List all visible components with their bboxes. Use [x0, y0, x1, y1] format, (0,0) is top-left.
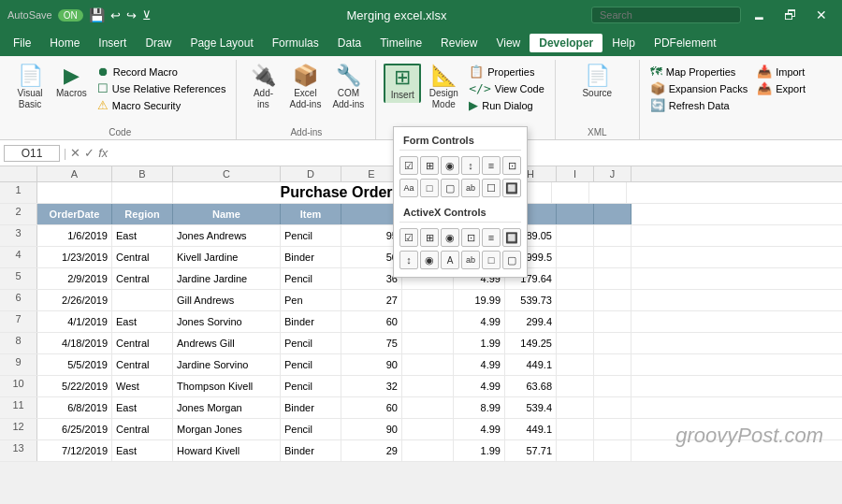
table-cell[interactable]: Central	[112, 333, 173, 353]
form-spinner-icon[interactable]: ↕	[461, 156, 480, 175]
table-cell[interactable]: 149.25	[505, 333, 557, 353]
export-button[interactable]: 📤 Export	[754, 80, 808, 96]
table-cell[interactable]	[557, 376, 594, 396]
table-cell[interactable]: Pencil	[281, 354, 341, 375]
table-cell[interactable]: Pen	[281, 290, 341, 310]
menu-pdfelement[interactable]: PDFelement	[645, 34, 726, 52]
table-cell[interactable]: Pencil	[281, 268, 341, 289]
form-list-icon[interactable]: ≡	[482, 156, 501, 175]
table-cell[interactable]: 8.99	[454, 397, 505, 418]
table-cell[interactable]: Binder	[281, 247, 341, 267]
table-cell[interactable]	[594, 440, 632, 461]
table-cell[interactable]: 60	[341, 311, 402, 332]
macro-security-button[interactable]: ⚠ Macro Security	[94, 97, 229, 113]
table-cell[interactable]: 6/8/2019	[37, 397, 112, 418]
table-cell[interactable]	[402, 397, 454, 418]
table-cell[interactable]: Howard Kivell	[173, 440, 281, 461]
refresh-data-button[interactable]: 🔄 Refresh Data	[647, 97, 750, 113]
record-macro-button[interactable]: ⏺ Record Macro	[94, 64, 229, 79]
activex-label-icon[interactable]: ◉	[420, 251, 439, 269]
menu-timeline[interactable]: Timeline	[370, 34, 431, 52]
table-cell[interactable]	[594, 376, 632, 396]
col-header-a[interactable]: A	[37, 166, 112, 181]
form-scrollbar-icon[interactable]: ▢	[441, 179, 459, 197]
table-cell[interactable]	[594, 225, 632, 246]
table-cell[interactable]: Kivell Jardine	[173, 247, 281, 267]
com-add-ins-button[interactable]: 🔧 COMAdd-ins	[328, 64, 368, 112]
table-cell[interactable]	[594, 354, 632, 375]
close-button[interactable]: ✕	[808, 7, 835, 22]
import-button[interactable]: 📥 Import	[754, 64, 808, 79]
table-cell[interactable]	[402, 440, 454, 461]
table-cell[interactable]: 57.71	[505, 440, 557, 461]
table-cell[interactable]: Binder	[281, 440, 341, 461]
table-cell[interactable]	[112, 290, 173, 310]
table-cell[interactable]: 299.4	[505, 311, 557, 332]
table-cell[interactable]: 29	[341, 440, 402, 461]
table-cell[interactable]	[594, 397, 632, 418]
cell-a2[interactable]: OrderDate	[37, 204, 112, 224]
activex-combo-icon[interactable]: ≡	[482, 228, 501, 247]
expansion-packs-button[interactable]: 📦 Expansion Packs	[647, 80, 750, 96]
menu-developer[interactable]: Developer	[530, 34, 602, 52]
table-cell[interactable]: 2/9/2019	[37, 268, 112, 289]
toolbar-more-icon[interactable]: ⊻	[142, 8, 152, 22]
table-cell[interactable]: 19.99	[454, 290, 505, 310]
table-cell[interactable]	[594, 311, 632, 332]
activex-slider-icon[interactable]: 🔲	[502, 228, 521, 247]
table-cell[interactable]	[557, 311, 594, 332]
table-cell[interactable]	[557, 419, 594, 439]
table-cell[interactable]: 539.4	[505, 397, 557, 418]
table-cell[interactable]: 449.1	[505, 419, 557, 439]
table-cell[interactable]: East	[112, 311, 173, 332]
table-cell[interactable]	[402, 290, 454, 310]
table-cell[interactable]: 32	[341, 376, 402, 396]
form-combo-icon[interactable]: ⊡	[502, 156, 521, 175]
menu-page-layout[interactable]: Page Layout	[181, 34, 262, 52]
cell-i1[interactable]	[552, 182, 589, 203]
visual-basic-button[interactable]: 📄 VisualBasic	[11, 64, 49, 112]
table-cell[interactable]: 5/5/2019	[37, 354, 112, 375]
table-cell[interactable]: 449.1	[505, 354, 557, 375]
minimize-button[interactable]: 🗕	[745, 7, 773, 22]
table-cell[interactable]: 4/1/2019	[37, 311, 112, 332]
col-header-i[interactable]: I	[557, 166, 594, 181]
table-cell[interactable]: Binder	[281, 397, 341, 418]
cell-c2[interactable]: Name	[173, 204, 281, 224]
cell-j1[interactable]	[589, 182, 627, 203]
table-cell[interactable]: West	[112, 376, 173, 396]
properties-button[interactable]: 📋 Properties	[466, 64, 546, 79]
table-cell[interactable]	[557, 225, 594, 246]
autosave-toggle[interactable]: ON	[58, 9, 83, 22]
confirm-formula-button[interactable]: ✓	[84, 146, 94, 160]
menu-file[interactable]: File	[4, 34, 40, 52]
table-cell[interactable]: Thompson Kivell	[173, 376, 281, 396]
table-cell[interactable]: 539.73	[505, 290, 557, 310]
table-cell[interactable]: East	[112, 440, 173, 461]
cell-b1[interactable]	[112, 182, 173, 203]
source-button[interactable]: 📄 Source	[578, 64, 616, 101]
table-cell[interactable]	[557, 268, 594, 289]
table-cell[interactable]: East	[112, 225, 173, 246]
table-cell[interactable]	[594, 268, 632, 289]
cell-d2[interactable]: Item	[281, 204, 341, 224]
menu-draw[interactable]: Draw	[136, 34, 181, 52]
activex-checkbox-icon[interactable]: ☑	[399, 228, 418, 247]
add-ins-button[interactable]: 🔌 Add-ins	[244, 64, 282, 112]
table-cell[interactable]: 7/12/2019	[37, 440, 112, 461]
table-cell[interactable]: Andrews Gill	[173, 333, 281, 353]
excel-add-ins-button[interactable]: 📦 ExcelAdd-ins	[285, 64, 325, 112]
table-cell[interactable]	[557, 440, 594, 461]
table-cell[interactable]	[402, 333, 454, 353]
table-cell[interactable]: 90	[341, 419, 402, 439]
table-cell[interactable]: Jardine Sorvino	[173, 354, 281, 375]
table-cell[interactable]: 6/25/2019	[37, 419, 112, 439]
menu-view[interactable]: View	[486, 34, 530, 52]
table-cell[interactable]	[594, 333, 632, 353]
table-cell[interactable]: Central	[112, 247, 173, 267]
macros-button[interactable]: ▶ Macros	[52, 64, 91, 101]
activex-scroll-icon[interactable]: ▢	[502, 251, 521, 269]
table-cell[interactable]	[402, 311, 454, 332]
menu-home[interactable]: Home	[40, 34, 89, 52]
table-cell[interactable]: 5/22/2019	[37, 376, 112, 396]
